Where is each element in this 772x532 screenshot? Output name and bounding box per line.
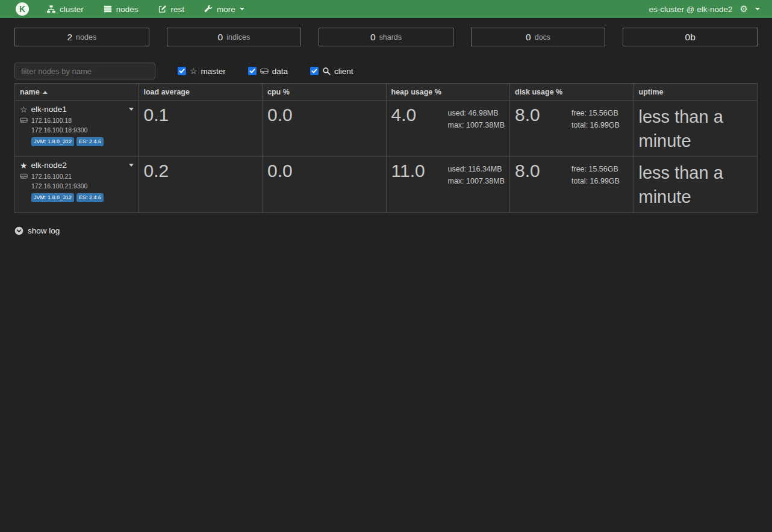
- heap-used: used: 116.34MB: [448, 163, 505, 175]
- edit-icon: [158, 5, 167, 13]
- column-header-label: disk usage %: [515, 88, 562, 96]
- node-ip: 172.16.100.21: [31, 173, 72, 180]
- cpu-value: 0.0: [267, 105, 293, 125]
- uptime-cell: less than a minute: [633, 101, 758, 157]
- stat-label: nodes: [76, 33, 96, 42]
- column-header-uptime: uptime: [633, 84, 758, 101]
- stat-value: 0b: [685, 32, 696, 43]
- nav-item-rest[interactable]: rest: [158, 5, 185, 14]
- filter-nodes-input[interactable]: [14, 63, 155, 79]
- kopf-logo[interactable]: K: [16, 2, 29, 16]
- cluster-name-label: es-cluster @ elk-node2: [649, 5, 733, 14]
- heap-percent-value: 4.0: [391, 105, 448, 132]
- server-icon: [104, 5, 112, 13]
- stat-docs: 0 docs: [471, 28, 606, 46]
- checkbox-label: client: [334, 67, 353, 76]
- load-average-value: 0.2: [144, 161, 169, 181]
- column-header-label: load average: [144, 88, 190, 96]
- stat-value: 0: [370, 32, 376, 43]
- stat-value: 0: [218, 32, 223, 43]
- column-header-cpu: cpu %: [263, 84, 387, 101]
- checkbox-label: data: [272, 67, 288, 76]
- nav-item-nodes[interactable]: nodes: [104, 5, 139, 14]
- hdd-icon: [260, 67, 269, 75]
- heap-usage-cell: 11.0 used: 116.34MB max: 1007.38MB: [386, 157, 510, 213]
- checkbox-client[interactable]: client: [310, 67, 353, 76]
- node-name: elk-node2: [31, 161, 67, 170]
- kopf-logo-letter: K: [19, 4, 25, 14]
- jvm-version-badge: JVM: 1.8.0_312: [31, 193, 74, 202]
- node-name: elk-node1: [31, 105, 67, 114]
- uptime-cell: less than a minute: [633, 157, 758, 213]
- nav-item-cluster[interactable]: cluster: [47, 5, 84, 14]
- show-log-label: show log: [28, 226, 60, 235]
- nav-item-label: more: [217, 5, 235, 14]
- nav-item-more[interactable]: more: [204, 5, 244, 14]
- node-transport-address: 172.16.100.21:9300: [31, 182, 134, 190]
- table-row: ★ elk-node2 172.16.100.21 172.16.100.21:…: [15, 157, 758, 213]
- load-average-value: 0.1: [144, 105, 169, 125]
- hdd-icon: [20, 172, 28, 180]
- load-average-cell: 0.1: [139, 101, 263, 157]
- column-header-heap-usage: heap usage %: [386, 84, 510, 101]
- es-version-badge: ES: 2.4.6: [76, 193, 104, 202]
- nav-item-label: nodes: [116, 5, 139, 14]
- load-average-cell: 0.2: [139, 157, 263, 213]
- checkbox-master[interactable]: ☆ master: [178, 67, 226, 76]
- heap-usage-cell: 4.0 used: 46.98MB max: 1007.38MB: [386, 101, 510, 157]
- node-ip: 172.16.100.18: [31, 117, 72, 124]
- main-content: 2 nodes 0 indices 0 shards 0 docs 0b ☆ m…: [0, 18, 772, 235]
- column-header-name[interactable]: name: [15, 84, 139, 101]
- column-header-label: uptime: [639, 88, 664, 96]
- table-header-row: name load average cpu % heap usage % dis…: [15, 84, 758, 101]
- node-name-cell: ★ elk-node2 172.16.100.21 172.16.100.21:…: [15, 157, 139, 213]
- checkbox-checked-icon: [178, 67, 186, 75]
- disk-free: free: 15.56GB: [571, 163, 620, 175]
- checkbox-label: master: [201, 67, 226, 76]
- stat-size: 0b: [623, 28, 758, 46]
- checkbox-checked-icon: [248, 67, 257, 75]
- disk-total: total: 16.99GB: [571, 175, 620, 187]
- node-transport-address: 172.16.100.18:9300: [31, 126, 134, 134]
- table-row: ☆ elk-node1 172.16.100.18 172.16.100.18:…: [15, 101, 758, 157]
- stat-label: docs: [535, 33, 550, 42]
- disk-percent-value: 8.0: [515, 161, 571, 188]
- circle-chevron-down-icon: [14, 226, 23, 235]
- navbar-right: es-cluster @ elk-node2 ⚙: [649, 5, 760, 14]
- star-filled-icon: ★: [20, 161, 28, 170]
- column-header-disk-usage: disk usage %: [510, 84, 634, 101]
- heap-max: max: 1007.38MB: [448, 119, 505, 131]
- uptime-value: less than a minute: [639, 105, 753, 153]
- show-log-toggle[interactable]: show log: [14, 226, 758, 235]
- column-header-label: cpu %: [267, 88, 290, 96]
- sort-asc-icon: [43, 91, 48, 94]
- cpu-value: 0.0: [267, 161, 293, 181]
- column-header-label: name: [20, 88, 40, 96]
- gear-icon[interactable]: ⚙: [740, 5, 748, 14]
- checkbox-data[interactable]: data: [248, 67, 288, 76]
- stat-indices: 0 indices: [167, 28, 302, 46]
- stat-nodes: 2 nodes: [14, 28, 149, 46]
- caret-down-icon: [240, 8, 244, 10]
- jvm-version-badge: JVM: 1.8.0_312: [31, 137, 74, 146]
- disk-percent-value: 8.0: [515, 105, 571, 132]
- stat-value: 0: [526, 32, 531, 43]
- hdd-icon: [20, 116, 28, 124]
- disk-total: total: 16.99GB: [571, 119, 620, 131]
- caret-down-icon[interactable]: [755, 8, 760, 10]
- stat-value: 2: [67, 32, 72, 43]
- caret-down-icon[interactable]: [129, 164, 134, 167]
- star-outline-icon: ☆: [190, 67, 198, 75]
- sitemap-icon: [47, 5, 55, 13]
- heap-percent-value: 11.0: [391, 161, 448, 188]
- cpu-cell: 0.0: [263, 157, 387, 213]
- cpu-cell: 0.0: [263, 101, 387, 157]
- search-icon: [322, 67, 331, 75]
- checkbox-checked-icon: [310, 67, 319, 75]
- stat-label: indices: [226, 33, 250, 42]
- disk-usage-cell: 8.0 free: 15.56GB total: 16.99GB: [510, 101, 634, 157]
- nav-item-label: cluster: [60, 5, 84, 14]
- disk-usage-cell: 8.0 free: 15.56GB total: 16.99GB: [510, 157, 634, 213]
- column-header-label: heap usage %: [391, 88, 441, 96]
- caret-down-icon[interactable]: [129, 108, 134, 111]
